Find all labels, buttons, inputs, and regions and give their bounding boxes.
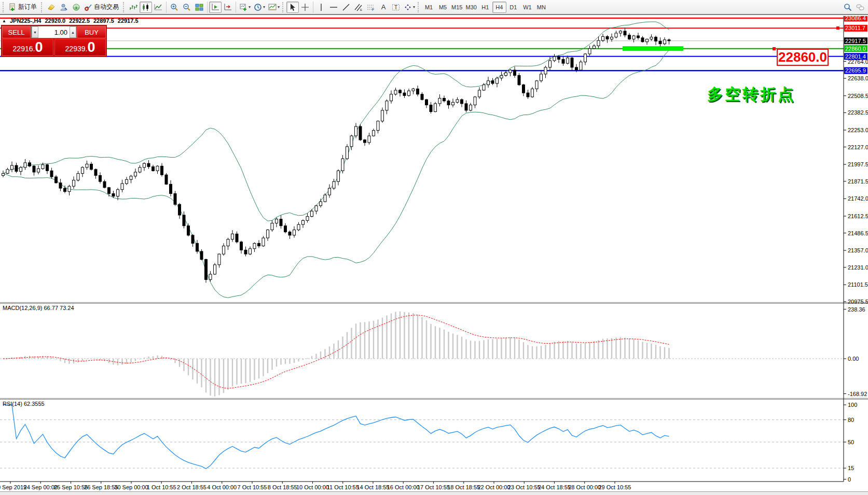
signals-button[interactable] [70, 2, 82, 13]
time-label: 2 Oct 18:55 [177, 484, 206, 490]
arrows-dropdown[interactable]: ▾ [413, 5, 415, 9]
channel-tool-button[interactable]: E [352, 2, 365, 13]
crosshair-tool-button[interactable] [299, 2, 311, 13]
search-button[interactable] [842, 2, 854, 13]
vline-tool-button[interactable] [315, 2, 327, 13]
ohlc-high: 22922.5 [69, 18, 90, 24]
price-badge-text: 22917.5 [845, 38, 866, 44]
line-chart-button[interactable] [152, 2, 164, 13]
template-icon [268, 3, 277, 11]
sell-button[interactable]: SELL [2, 26, 31, 38]
timeframe-mn-button[interactable]: MN [534, 2, 548, 13]
rsi-label: RSI(14) 62.3555 [3, 401, 45, 407]
price-badge-text: 22801.4 [845, 53, 866, 60]
price-tick-21742: 21742.0 [848, 195, 868, 202]
bar-chart-button[interactable] [127, 2, 140, 13]
auto-trading-icon [84, 3, 92, 11]
price-tick-21871.5: 21871.5 [848, 178, 868, 185]
highlighter-button[interactable] [45, 2, 58, 13]
search-icon [844, 3, 852, 11]
template-button[interactable]: ▾ [267, 2, 281, 13]
period-dropdown[interactable]: ▾ [263, 5, 265, 9]
rsi-tick-80: 80 [848, 417, 854, 423]
buy-button[interactable]: BUY [77, 26, 106, 38]
new-chart-button[interactable]: ▾ [238, 2, 252, 13]
auto-trading-button[interactable]: 自动交易 [82, 2, 122, 13]
period-button[interactable]: ▾ [252, 2, 267, 13]
zoom-out-button[interactable] [181, 2, 193, 13]
timeframe-group: M1M5M15M30H1H4D1W1MN [422, 2, 548, 13]
collapse-icon[interactable]: ▲ [2, 19, 6, 23]
timeframe-h4-button[interactable]: H4 [492, 2, 506, 13]
toolbar-grip [3, 2, 5, 12]
candlestick-chart-button[interactable] [140, 2, 152, 13]
zoom-in-button[interactable] [168, 2, 181, 13]
timeframe-m5-button[interactable]: M5 [436, 2, 450, 13]
price-tick-21612.5: 21612.5 [848, 213, 868, 219]
window-footer [0, 491, 868, 495]
chart-area[interactable]: 22764.022638.022508.522382.522253.022127… [0, 16, 868, 495]
time-label: 24 Oct 18:55 [538, 484, 571, 490]
buy-price-button[interactable]: 22939.0 [54, 39, 106, 56]
auto-trading-label: 自动交易 [94, 3, 119, 11]
sell-price: 22916. [13, 43, 35, 54]
ohlc-close: 22917.5 [118, 18, 139, 24]
macd-tick-238.36: 238.36 [848, 306, 865, 313]
callout-anchor-marker[interactable] [773, 47, 776, 50]
auto-scroll-button[interactable] [209, 2, 222, 13]
price-badge-text: 22695.9 [845, 67, 866, 74]
label-tool-button[interactable]: T [390, 2, 402, 13]
redline-endpoint-marker[interactable] [836, 26, 839, 30]
svg-text:F: F [372, 8, 374, 11]
timeframe-m1-button[interactable]: M1 [422, 2, 436, 13]
price-callout-22860[interactable]: 22860.0 [777, 49, 829, 66]
chat-icon [856, 3, 864, 11]
highlighter-icon [47, 3, 56, 11]
tile-windows-button[interactable] [193, 2, 205, 13]
tile-windows-icon [195, 3, 203, 11]
timeframe-m15-button[interactable]: M15 [450, 2, 464, 13]
price-badge-text: 23011.7 [845, 25, 865, 31]
price-tick-21231: 21231.0 [848, 264, 868, 271]
macd-tick-0.00: 0.00 [848, 356, 859, 362]
timeframe-h1-button[interactable]: H1 [478, 2, 492, 13]
clock-icon [254, 3, 262, 11]
text-tool-icon: A [381, 3, 386, 11]
cursor-tool-button[interactable] [286, 2, 299, 13]
volume-down-button[interactable]: ▼ [32, 26, 38, 38]
timeframe-m30-button[interactable]: M30 [464, 2, 478, 13]
new-order-icon [8, 3, 17, 11]
text-tool-button[interactable]: A [377, 2, 390, 13]
rsi-tick-15: 15 [848, 465, 854, 471]
pivot-annotation[interactable]: 多空转折点 [707, 84, 795, 105]
new-chart-dropdown[interactable]: ▾ [249, 5, 251, 9]
price-tick-22127: 22127.0 [848, 144, 868, 150]
editor-button[interactable] [58, 2, 70, 13]
hline-tool-button[interactable] [327, 2, 340, 13]
trendline-icon [342, 3, 350, 11]
rsi-tick-0: 0 [848, 476, 851, 483]
chat-button[interactable] [854, 2, 866, 13]
price-badge-text: 22860.0 [845, 46, 866, 52]
chart-shift-button[interactable] [222, 2, 234, 13]
svg-text:T: T [394, 5, 397, 10]
trendline-tool-button[interactable] [340, 2, 352, 13]
template-dropdown[interactable]: ▾ [278, 5, 280, 9]
volume-up-button[interactable]: ▲ [70, 26, 76, 38]
price-tick-22382.5: 22382.5 [848, 109, 868, 116]
time-label: 8 Oct 18:55 [268, 484, 297, 490]
price-tick-20975.5: 20975.5 [848, 299, 868, 305]
new-chart-icon [239, 3, 247, 11]
sell-price-button[interactable]: 22916.0 [2, 39, 53, 56]
arrows-tool-button[interactable]: ▾ [402, 2, 417, 13]
rsi-tick-50: 50 [848, 439, 854, 445]
fibonacci-tool-button[interactable]: F [365, 2, 377, 13]
timeframe-w1-button[interactable]: W1 [520, 2, 534, 13]
new-order-button[interactable]: 新订单 [7, 2, 40, 13]
price-tick-22253: 22253.0 [848, 127, 868, 133]
editor-icon [60, 3, 68, 11]
volume-input[interactable] [38, 26, 70, 38]
timeframe-d1-button[interactable]: D1 [506, 2, 520, 13]
time-label: 24 Sep 00:00 [24, 484, 58, 490]
arrows-icon [404, 3, 412, 11]
